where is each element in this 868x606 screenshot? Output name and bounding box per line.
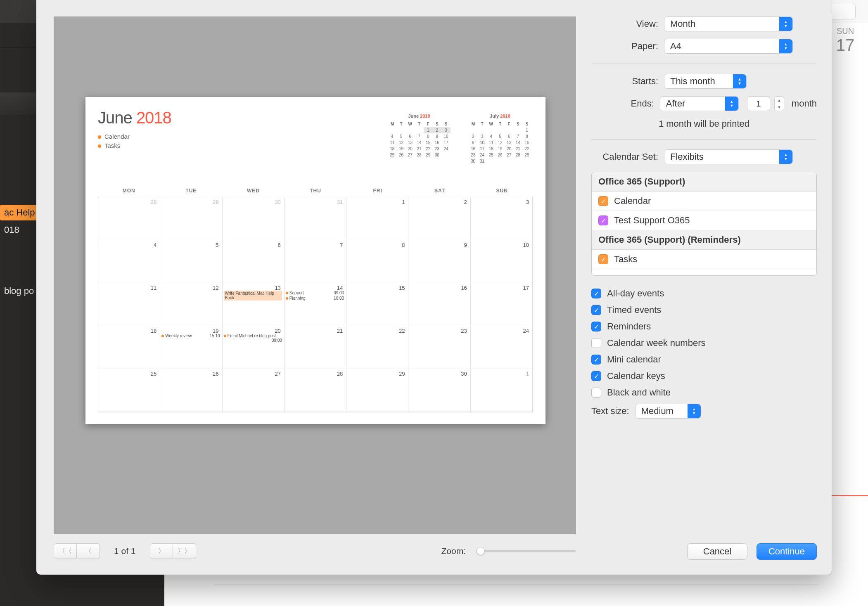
calendar-set-select[interactable]: Flexibits [664, 149, 793, 164]
zoom-slider-thumb[interactable] [477, 547, 485, 555]
print-option[interactable]: ✓Reminders [591, 321, 817, 332]
zoom-slider[interactable] [477, 550, 576, 552]
calendar-list-item[interactable]: ✓Test Support O365 [592, 211, 816, 230]
calendar-checkbox[interactable]: ✓ [598, 196, 608, 206]
option-label: Timed events [607, 305, 661, 315]
calendar-list-item[interactable]: ✓Calendar [592, 192, 816, 211]
calendar-item-label: Tasks [614, 254, 637, 265]
view-label: View: [591, 19, 658, 29]
mini-month: July 2018MTWTFSS123456789101112131415161… [469, 114, 531, 164]
grid-day-cell: 1 [346, 197, 408, 240]
grid-day-cell: 29 [160, 197, 222, 240]
cancel-button[interactable]: Cancel [687, 543, 747, 560]
grid-day-cell: 10 [471, 240, 533, 283]
grid-weekday-header: WED [222, 188, 285, 196]
chevron-updown-icon [688, 404, 701, 418]
text-size-select[interactable]: Medium [635, 404, 701, 419]
ends-label: Ends: [591, 98, 654, 109]
grid-day-cell: 20Email Michael re blog post 09:00 [223, 326, 285, 369]
grid-day-cell: 19Weekly review 15:10 [160, 326, 222, 369]
grid-day-cell: 30 [408, 369, 470, 412]
print-option[interactable]: ✓Mini calendar [591, 354, 817, 365]
print-option[interactable]: ✓Timed events [591, 305, 817, 315]
duration-stepper[interactable]: 1 [747, 96, 770, 111]
print-option[interactable]: Calendar week numbers [591, 338, 817, 348]
pager-last-button[interactable]: 〉〉 [173, 543, 196, 559]
option-checkbox[interactable] [591, 338, 601, 348]
chevron-updown-icon [779, 17, 792, 31]
grid-day-cell: 27 [223, 369, 285, 412]
paper-label: Paper: [591, 41, 658, 52]
pager-prev-button[interactable]: 〈 [77, 543, 100, 559]
grid-day-cell: 11 [98, 283, 160, 326]
ends-select[interactable]: After [660, 96, 739, 111]
grid-day-cell: 15 [346, 283, 408, 326]
calendar-checkbox[interactable]: ✓ [598, 215, 608, 225]
grid-day-cell: 16 [408, 283, 470, 326]
grid-day-cell: 8 [346, 240, 408, 283]
grid-day-cell: 26 [160, 369, 222, 412]
starts-label: Starts: [591, 76, 658, 87]
option-checkbox[interactable] [591, 388, 601, 398]
option-checkbox[interactable]: ✓ [591, 322, 601, 331]
mini-month: June 2018MTWTFSS123456789101112131415161… [388, 114, 451, 164]
continue-button[interactable]: Continue [757, 543, 817, 560]
print-option[interactable]: ✓All-day events [591, 288, 817, 299]
text-size-label: Text size: [591, 406, 629, 417]
grid-day-cell: 24 [471, 326, 533, 369]
grid-weekday-header: TUE [160, 188, 223, 196]
grid-day-cell: 13Write Fantastical Mac Help Book [223, 283, 285, 326]
calendar-list-item[interactable]: ✓Tasks [592, 250, 816, 269]
pager-next-button[interactable]: 〉 [150, 543, 173, 559]
grid-day-cell: 3 [471, 197, 533, 240]
grid-day-cell: 2 [408, 197, 470, 240]
grid-day-cell: 30 [223, 197, 285, 240]
grid-day-cell: 18 [98, 326, 160, 369]
option-checkbox[interactable]: ✓ [591, 355, 601, 365]
print-option[interactable]: ✓Calendar keys [591, 371, 817, 381]
view-select[interactable]: Month [664, 17, 793, 31]
grid-weekday-header: SUN [471, 188, 533, 196]
calendar-group-header: Office 365 (Support) [592, 172, 816, 192]
grid-day-cell: 23 [408, 326, 470, 369]
option-checkbox[interactable]: ✓ [591, 371, 601, 381]
grid-day-cell: 28 [285, 369, 346, 412]
grid-day-cell: 21 [285, 326, 346, 369]
option-label: All-day events [607, 288, 664, 299]
grid-day-cell: 4 [98, 240, 160, 283]
starts-select[interactable]: This month [664, 74, 747, 89]
option-label: Reminders [607, 321, 651, 332]
option-label: Black and white [607, 387, 671, 398]
option-label: Calendar week numbers [607, 338, 705, 348]
calendar-set-label: Calendar Set: [591, 152, 658, 162]
option-label: Mini calendar [607, 354, 661, 365]
calendar-list[interactable]: Office 365 (Support)✓Calendar✓Test Suppo… [591, 172, 817, 276]
print-preview-pane: June 2018 CalendarTasks June 2018MTWTFSS… [54, 17, 576, 534]
option-label: Calendar keys [607, 371, 665, 381]
zoom-label: Zoom: [441, 546, 466, 556]
grid-weekday-header: FRI [346, 188, 409, 196]
option-checkbox[interactable]: ✓ [591, 305, 601, 315]
chevron-updown-icon [779, 39, 792, 53]
calendar-group-header: Office 365 (Support) (Reminders) [592, 230, 816, 250]
chevron-updown-icon [779, 150, 792, 164]
chevron-updown-icon [725, 97, 738, 111]
duration-unit: month [792, 98, 817, 109]
calendar-item-label: Test Support O365 [614, 215, 690, 226]
grid-day-cell: 9 [408, 240, 470, 283]
grid-weekday-header: THU [285, 188, 347, 196]
stepper-arrows[interactable]: ▲▼ [774, 96, 784, 111]
grid-day-cell: 31 [285, 197, 346, 240]
grid-day-cell: 28 [98, 197, 160, 240]
pager-first-button[interactable]: 〈〈 [54, 543, 77, 559]
grid-day-cell: 6 [223, 240, 285, 283]
print-option[interactable]: Black and white [591, 387, 817, 398]
paper-select[interactable]: A4 [664, 39, 793, 54]
calendar-item-label: Calendar [614, 196, 651, 206]
calendar-checkbox[interactable]: ✓ [598, 254, 608, 264]
grid-day-cell: 1 [471, 369, 533, 412]
grid-day-cell: 14Support 09:00Planning 16:00 [285, 283, 346, 326]
grid-day-cell: 29 [346, 369, 408, 412]
chevron-updown-icon [733, 74, 746, 88]
option-checkbox[interactable]: ✓ [591, 289, 601, 298]
